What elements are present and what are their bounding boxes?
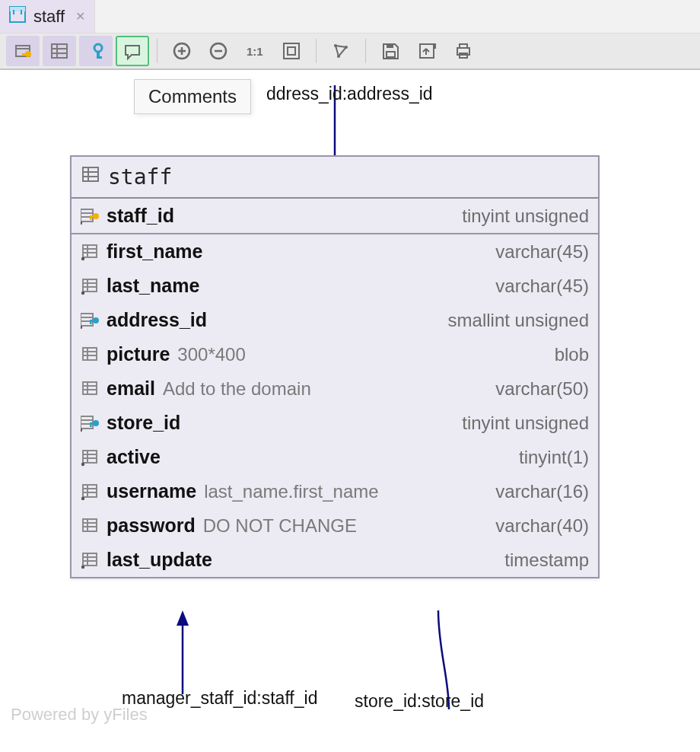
- column-icon: [81, 516, 103, 536]
- toolbar-separator: [316, 39, 317, 63]
- column-name: store_id: [107, 412, 180, 434]
- column-icon: [81, 206, 103, 226]
- column-icon: [81, 379, 103, 399]
- tab-staff[interactable]: staff ✕: [0, 0, 95, 33]
- entity-staff[interactable]: staff staff_idtinyint unsignedfirst_name…: [70, 155, 600, 578]
- column-icon: [81, 276, 103, 296]
- column-name: first_name: [107, 241, 202, 263]
- column-row[interactable]: usernamelast_name.first_namevarchar(16): [72, 474, 598, 508]
- column-comment: Add to the domain: [163, 378, 311, 400]
- toolbar-separator: [365, 39, 366, 63]
- diagram-canvas[interactable]: Comments ddress_id:address_id staff staf…: [0, 70, 700, 752]
- toolbar-show-keys-button[interactable]: [79, 36, 113, 66]
- relation-label-bottom-left: manager_staff_id:staff_id: [122, 688, 317, 709]
- diagram-icon: [8, 5, 27, 29]
- column-icon: [81, 311, 103, 330]
- column-row[interactable]: activetinyint(1): [72, 440, 598, 474]
- column-row[interactable]: last_updatetimestamp: [72, 543, 598, 577]
- toolbar-zoom-out-button[interactable]: [202, 36, 235, 66]
- relation-label-bottom-right: store_id:store_id: [355, 691, 484, 712]
- column-type: smallint unsigned: [448, 310, 589, 331]
- column-row[interactable]: picture300*400blob: [72, 337, 598, 371]
- column-icon: [81, 345, 103, 365]
- toolbar-zoom-in-button[interactable]: [165, 36, 199, 66]
- toolbar-fit-content-button[interactable]: [275, 36, 308, 66]
- tab-title: staff: [33, 7, 65, 27]
- toolbar-save-button[interactable]: [374, 36, 407, 66]
- table-icon: [81, 164, 100, 190]
- entity-title: staff: [108, 164, 172, 190]
- column-row[interactable]: last_namevarchar(45): [72, 269, 598, 303]
- toolbar: [0, 33, 700, 70]
- column-name: active: [107, 446, 161, 468]
- column-type: varchar(16): [495, 481, 589, 502]
- column-icon: [81, 482, 103, 502]
- svg-marker-53: [177, 610, 189, 626]
- column-row[interactable]: store_idtinyint unsigned: [72, 406, 598, 440]
- powered-by-label: Powered by yFiles: [11, 705, 148, 725]
- toolbar-actual-size-button[interactable]: [238, 36, 272, 66]
- toolbar-show-columns-button[interactable]: [6, 36, 40, 66]
- column-row[interactable]: passwordDO NOT CHANGEvarchar(40): [72, 508, 598, 543]
- close-icon[interactable]: ✕: [75, 9, 85, 24]
- toolbar-show-grid-button[interactable]: [43, 36, 76, 66]
- column-name: last_name: [107, 275, 199, 297]
- column-icon: [81, 550, 103, 570]
- column-type: tinyint(1): [519, 447, 589, 468]
- column-type: varchar(45): [495, 241, 589, 263]
- column-comment: DO NOT CHANGE: [203, 515, 357, 537]
- column-type: varchar(40): [495, 515, 589, 537]
- column-name: email: [107, 378, 155, 400]
- column-type: varchar(50): [495, 378, 589, 400]
- column-row[interactable]: staff_idtinyint unsigned: [72, 199, 598, 234]
- toolbar-export-button[interactable]: [410, 36, 444, 66]
- column-row[interactable]: address_idsmallint unsigned: [72, 303, 598, 337]
- toolbar-print-button[interactable]: [447, 36, 480, 66]
- column-row[interactable]: first_namevarchar(45): [72, 234, 598, 269]
- toolbar-layout-button[interactable]: [324, 36, 358, 66]
- toolbar-separator: [157, 39, 158, 63]
- column-name: staff_id: [107, 205, 174, 227]
- column-name: password: [107, 515, 196, 537]
- column-type: varchar(45): [495, 276, 589, 297]
- column-icon: [81, 448, 103, 467]
- tab-bar: staff ✕: [0, 0, 700, 33]
- column-icon: [81, 242, 103, 262]
- column-name: username: [107, 480, 196, 502]
- column-type: tinyint unsigned: [462, 206, 589, 227]
- column-comment: last_name.first_name: [204, 481, 378, 502]
- column-type: blob: [555, 344, 589, 365]
- tooltip-comments: Comments: [134, 79, 251, 114]
- column-name: picture: [107, 343, 170, 365]
- column-icon: [81, 413, 103, 433]
- column-name: last_update: [107, 549, 212, 571]
- column-type: timestamp: [504, 550, 589, 571]
- column-row[interactable]: emailAdd to the domainvarchar(50): [72, 371, 598, 406]
- column-comment: 300*400: [177, 344, 245, 365]
- entity-header[interactable]: staff: [72, 157, 598, 199]
- column-name: address_id: [107, 309, 207, 331]
- relation-label-top: ddress_id:address_id: [266, 84, 433, 104]
- toolbar-comments-button[interactable]: [116, 36, 149, 66]
- column-type: tinyint unsigned: [462, 413, 589, 434]
